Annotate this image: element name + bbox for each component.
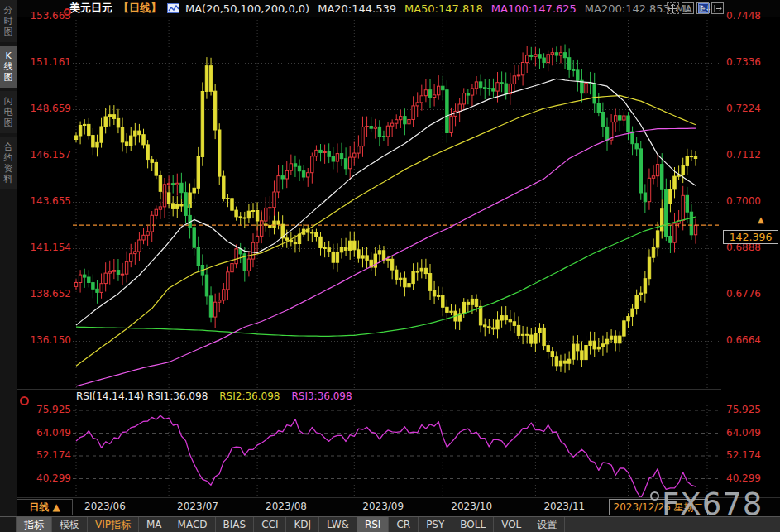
pane-divider (17, 389, 721, 390)
chart-type-icon[interactable] (167, 3, 179, 13)
toolbar-item-vol[interactable]: VOL (494, 517, 529, 532)
trading-terminal: { "sidebar": { "items": [ { "label": "分时… (0, 0, 780, 532)
toolbar-item-vip-indicator[interactable]: VIP指标 (88, 517, 139, 532)
month-label: 2023/09 (362, 501, 404, 512)
right-axis-label: 0.7336 (726, 56, 761, 69)
rsi-left-axis-label: 52.174 (18, 449, 71, 462)
indicator-readouts: MA(20,50,100,200,0,0)MA20:144.539MA50:14… (185, 2, 670, 15)
left-axis-label: 148.659 (18, 103, 71, 115)
sidebar-item-contract-info[interactable]: 合 约 资 料 (0, 137, 17, 189)
toolbar-item-template[interactable]: 模板 (52, 517, 88, 532)
right-axis-label: 0.7448 (726, 10, 761, 22)
left-axis-label: 136.150 (18, 334, 71, 347)
month-label: 2023/10 (451, 501, 492, 512)
toolbar-item-cr[interactable]: CR (389, 517, 419, 532)
rsi-right-axis-label: 52.174 (726, 449, 761, 462)
toolbar-item-ma[interactable]: MA (139, 517, 170, 532)
toolbar-item-settings[interactable]: 设置 (529, 517, 565, 532)
rsi-header: RSI(14,14,14) RSI1:36.098RSI2:36.098RSI3… (76, 391, 352, 402)
indicator-readout-3: MA100:147.625 (491, 2, 577, 15)
top-bar: 美元日元 【日线】 MA(20,50,100,200,0,0)MA20:144.… (17, 0, 780, 17)
toolbar-item-bias[interactable]: BIAS (216, 517, 255, 532)
toolbar-item-indicator[interactable]: 指标 (17, 517, 52, 532)
rsi-readout-2: RSI3:36.098 (291, 391, 352, 402)
left-axis-label: 146.157 (18, 149, 71, 161)
current-price-tag: 142.396 (723, 230, 778, 244)
main-chart-pane[interactable] (73, 17, 721, 389)
rsi-right-axis-label: 75.925 (726, 404, 761, 416)
left-axis-label: 141.154 (18, 242, 71, 254)
toolbar-item-boll[interactable]: BOLL (452, 517, 494, 532)
rsi-readout-0: RSI(14,14,14) RSI1:36.098 (76, 391, 208, 402)
rsi-left-axis-label: 75.925 (18, 404, 71, 416)
rsi-right-axis-label: 64.049 (726, 427, 761, 439)
price-arrow-marker: ▲ (758, 216, 764, 224)
toolbar-item-cci[interactable]: CCI (254, 517, 286, 532)
indicator-readout-4: MA200:142.853 (585, 2, 670, 15)
month-label: 2023/11 (543, 501, 585, 512)
period-tag: 【日线】 (118, 1, 161, 16)
alert-ring-icon-rsi[interactable] (20, 396, 29, 405)
crosshair-move-icon[interactable] (667, 2, 679, 14)
rsi-readout-1: RSI2:36.098 (219, 391, 280, 402)
sidebar-item-kline-chart[interactable]: K 线 图 (0, 46, 17, 88)
right-axis-label: 0.7000 (726, 195, 761, 208)
month-label: 2023/08 (266, 501, 307, 512)
toolbar-item-kdj[interactable]: KDJ (286, 517, 319, 532)
right-axis-label: 0.7224 (726, 103, 761, 115)
left-axis-label: 138.652 (18, 288, 71, 300)
current-date-box: 2023/12/26 星期二 (609, 499, 708, 515)
toolbar-spacer (0, 517, 17, 532)
rsi-pane[interactable] (73, 405, 721, 498)
page-forward-icon[interactable] (711, 2, 724, 14)
month-label: 2023/06 (84, 501, 126, 512)
toolbar-item-psy[interactable]: PSY (419, 517, 452, 532)
indicator-readout-2: MA50:147.818 (404, 2, 483, 15)
left-sidebar: 分 时 图K 线 图闪 电 图合 约 资 料 (0, 0, 17, 516)
indicator-readout-0: MA(20,50,100,200,0,0) (185, 2, 309, 15)
sidebar-item-lightning-chart[interactable]: 闪 电 图 (0, 91, 17, 133)
right-axis-label: 0.6664 (726, 334, 761, 347)
chart-tool-icons (667, 2, 724, 14)
alert-ring-icon-top[interactable] (64, 8, 71, 16)
month-label: 2023/07 (177, 501, 218, 512)
symbol-title: 美元日元 (69, 1, 112, 16)
toolbar-item-rsi[interactable]: RSI (357, 517, 390, 532)
zoom-axis-up-icon[interactable] (682, 2, 694, 14)
sidebar-item-time-chart[interactable]: 分 时 图 (0, 0, 17, 42)
indicator-toolbar: 指标模板VIP指标MAMACDBIASCCIKDJLW&RSICRPSYBOLL… (0, 516, 780, 532)
left-axis-label: 143.655 (18, 195, 71, 208)
right-axis-label: 0.6776 (726, 288, 761, 300)
period-selector[interactable]: 日线 ▲ (17, 499, 73, 515)
toolbar-item-lw[interactable]: LW& (319, 517, 357, 532)
right-axis-label: 0.7112 (726, 149, 761, 161)
date-axis-row: 日线 ▲ 2023/062023/072023/082023/092023/10… (17, 498, 780, 516)
toolbar-item-macd[interactable]: MACD (170, 517, 216, 532)
left-axis-label: 151.161 (18, 56, 71, 69)
rsi-left-axis-label: 40.299 (18, 472, 71, 485)
rsi-right-axis-label: 40.299 (726, 472, 761, 485)
zoom-axis-right-icon[interactable] (696, 2, 709, 14)
rsi-left-axis-label: 64.049 (18, 427, 71, 439)
indicator-readout-1: MA20:144.539 (318, 2, 396, 15)
